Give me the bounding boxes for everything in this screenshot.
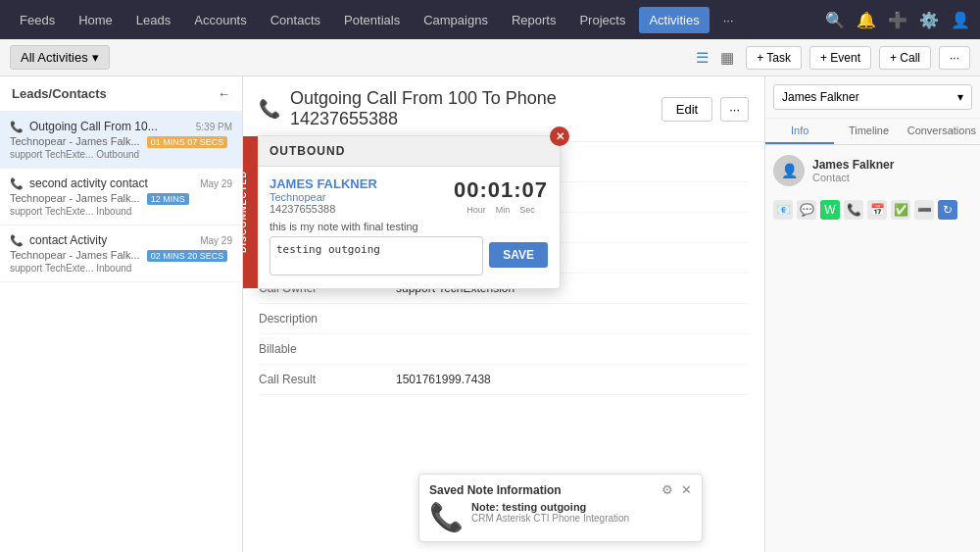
- nav-feeds[interactable]: Feeds: [10, 7, 65, 33]
- add-task-button[interactable]: + Task: [746, 46, 802, 70]
- tab-timeline[interactable]: Timeline: [834, 119, 903, 144]
- sidebar-title: Leads/Contacts: [12, 86, 107, 101]
- nav-potentials[interactable]: Potentials: [334, 7, 410, 33]
- note-input-wrap: testing outgoing: [270, 236, 483, 278]
- top-navigation: Feeds Home Leads Accounts Contacts Poten…: [0, 0, 980, 39]
- panel-tabs: Info Timeline Conversations: [765, 119, 980, 145]
- settings-icon[interactable]: ⚙️: [919, 11, 939, 29]
- calendar-icon[interactable]: 📅: [867, 200, 887, 220]
- nav-accounts[interactable]: Accounts: [184, 7, 256, 33]
- saved-note-title: Saved Note Information: [429, 483, 562, 497]
- sidebar-item-3-title: contact Activity: [29, 233, 107, 247]
- sidebar-item-2-title: second activity contact: [29, 176, 148, 190]
- sidebar-item-3-top: 📞 contact Activity May 29: [10, 233, 232, 247]
- caller-info: JAMES FALKNER Technopear 14237655388: [270, 176, 377, 215]
- sidebar-item-3-sub: Technopear - James Falk... 02 MINS 20 SE…: [10, 249, 232, 261]
- sidebar-item-1-tag: support TechExte... Outbound: [10, 149, 232, 160]
- outbound-popup: DISCONNECTED ✕ OUTBOUND JAMES FALKNER Te…: [257, 135, 561, 289]
- sidebar-item-2-time: May 29: [200, 178, 232, 189]
- nav-leads[interactable]: Leads: [126, 7, 180, 33]
- timer-section: 00:01:07 Hour Min Sec: [454, 177, 548, 215]
- phone-icon-3: 📞: [10, 234, 24, 247]
- email-icon[interactable]: 📧: [773, 200, 793, 220]
- nav-right-icons: 🔍 🔔 ➕ ⚙️ 👤: [825, 11, 970, 29]
- chat-icon[interactable]: 💬: [797, 200, 816, 220]
- sidebar-back-icon[interactable]: ←: [218, 86, 230, 101]
- close-icon-sn[interactable]: ✕: [681, 482, 692, 497]
- timer-min-label: Min: [496, 205, 511, 215]
- sidebar-item-1-sub: Technopear - James Falk... 01 MINS 07 SE…: [10, 135, 232, 147]
- user-icon[interactable]: 👤: [951, 11, 970, 29]
- call-title: Outgoing Call From 100 To Phone 14237655…: [290, 88, 652, 129]
- caller-row: JAMES FALKNER Technopear 14237655388 00:…: [270, 176, 548, 215]
- grid-view-icon[interactable]: ▦: [716, 47, 738, 69]
- add-event-button[interactable]: + Event: [809, 46, 871, 70]
- save-button[interactable]: SAVE: [489, 242, 548, 268]
- tab-info[interactable]: Info: [765, 119, 834, 144]
- call-icon[interactable]: 📞: [844, 200, 863, 220]
- saved-note-crm: CRM Asterisk CTI Phone Integration: [471, 513, 629, 524]
- sidebar-item-2-tag: support TechExte... Inbound: [10, 206, 232, 217]
- main-layout: Leads/Contacts ← 📞 Outgoing Call From 10…: [0, 76, 980, 552]
- list-view-icon[interactable]: ☰: [692, 47, 712, 69]
- sidebar-header: Leads/Contacts ←: [0, 76, 242, 112]
- disconnected-label: DISCONNECTED: [243, 171, 248, 253]
- outbound-body: JAMES FALKNER Technopear 14237655388 00:…: [258, 167, 560, 288]
- contact-info: 👤 James Falkner Contact: [765, 145, 980, 196]
- nav-contacts[interactable]: Contacts: [261, 7, 330, 33]
- detail-row-billable: Billable: [259, 334, 749, 365]
- content-area: 📞 Outgoing Call From 100 To Phone 142376…: [243, 76, 764, 552]
- note-row: testing outgoing SAVE: [270, 236, 548, 278]
- label-result: Call Result: [259, 373, 396, 386]
- contact-details: James Falkner Contact: [812, 158, 894, 183]
- content-header: 📞 Outgoing Call From 100 To Phone 142376…: [243, 76, 764, 142]
- add-call-button[interactable]: + Call: [879, 46, 931, 70]
- popup-close-button[interactable]: ✕: [550, 126, 569, 146]
- sidebar-item-2-left: 📞 second activity contact: [10, 176, 148, 190]
- sidebar: Leads/Contacts ← 📞 Outgoing Call From 10…: [0, 76, 243, 552]
- bell-icon[interactable]: 🔔: [857, 11, 876, 29]
- nav-activities[interactable]: Activities: [639, 7, 709, 33]
- detail-more-button[interactable]: ···: [720, 97, 749, 122]
- outbound-header: OUTBOUND: [258, 136, 560, 167]
- nav-home[interactable]: Home: [69, 7, 122, 33]
- chevron-down-icon-user: ▾: [957, 90, 963, 104]
- tab-conversations[interactable]: Conversations: [904, 119, 980, 144]
- nav-more[interactable]: ···: [713, 7, 744, 33]
- filter-label: All Activities: [21, 50, 88, 65]
- sidebar-item-2[interactable]: 📞 second activity contact May 29 Technop…: [0, 169, 242, 226]
- caller-company: Technopear: [270, 191, 377, 203]
- task-icon[interactable]: ✅: [891, 200, 910, 220]
- subnav-more-button[interactable]: ···: [939, 46, 970, 70]
- filter-dropdown[interactable]: All Activities ▾: [10, 45, 110, 70]
- nav-campaigns[interactable]: Campaigns: [414, 7, 498, 33]
- refresh-icon[interactable]: ↻: [938, 200, 957, 220]
- add-icon[interactable]: ➕: [888, 11, 907, 29]
- sidebar-item-2-badge: 12 MINS: [147, 193, 189, 205]
- whatsapp-icon[interactable]: W: [820, 200, 840, 220]
- sidebar-item-2-top: 📞 second activity contact May 29: [10, 176, 232, 190]
- settings-icon-sn[interactable]: ⚙: [662, 482, 673, 497]
- sidebar-item-1-top: 📞 Outgoing Call From 10... 5:39 PM: [10, 120, 232, 133]
- edit-button[interactable]: Edit: [662, 97, 712, 122]
- nav-reports[interactable]: Reports: [502, 7, 566, 33]
- contact-role: Contact: [812, 172, 894, 183]
- timer-display: 00:01:07: [454, 177, 548, 203]
- nav-projects[interactable]: Projects: [569, 7, 635, 33]
- sub-navigation: All Activities ▾ ☰ ▦ + Task + Event + Ca…: [0, 39, 980, 76]
- sidebar-item-3-time: May 29: [200, 235, 232, 246]
- minus-icon[interactable]: ➖: [914, 200, 934, 220]
- sidebar-item-1-title: Outgoing Call From 10...: [29, 120, 158, 133]
- sidebar-item-3-left: 📞 contact Activity: [10, 233, 107, 247]
- note-input[interactable]: testing outgoing: [270, 236, 483, 276]
- user-selector: James Falkner ▾: [765, 76, 980, 119]
- sidebar-item-1-time: 5:39 PM: [196, 122, 232, 132]
- sidebar-item-1[interactable]: 📞 Outgoing Call From 10... 5:39 PM Techn…: [0, 112, 242, 169]
- sidebar-item-2-sub: Technopear - James Falk... 12 MINS: [10, 192, 232, 204]
- detail-row-result: Call Result 1501761999.7438: [259, 365, 749, 395]
- caller-name: JAMES FALKNER: [270, 176, 377, 191]
- user-dropdown[interactable]: James Falkner ▾: [773, 84, 972, 110]
- sidebar-item-3[interactable]: 📞 contact Activity May 29 Technopear - J…: [0, 226, 242, 282]
- search-icon[interactable]: 🔍: [825, 11, 845, 29]
- sidebar-item-1-badge: 01 MINS 07 SECS: [147, 136, 228, 148]
